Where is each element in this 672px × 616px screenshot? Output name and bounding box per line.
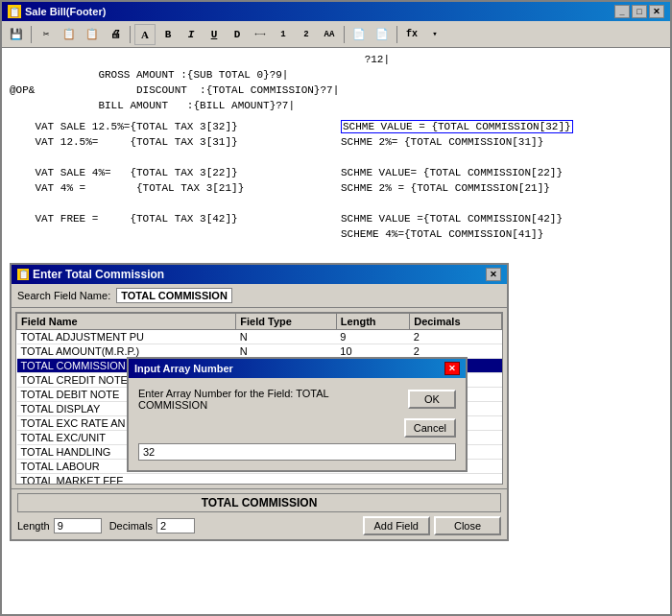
status-buttons: Add Field Close <box>363 516 501 535</box>
field-length-cell: 9 <box>336 330 409 344</box>
vat-line-3 <box>10 150 331 165</box>
sep1 <box>31 26 32 43</box>
input-array-close-button[interactable]: ✕ <box>444 362 460 375</box>
num2-button[interactable]: 2 <box>296 24 317 45</box>
save-button[interactable]: 💾 <box>6 24 27 45</box>
schme-line-7: SCHME VALUE ={TOTAL COMMISSION[42]} <box>341 211 662 226</box>
input-array-dialog: Input Array Number ✕ Enter Array Number … <box>127 357 468 472</box>
schme-line-6 <box>341 196 662 211</box>
field-list-title: Enter Total Commission <box>33 268 486 281</box>
input-array-label-text: Enter Array Number for the Field: TOTAL … <box>138 388 400 411</box>
vat-left: VAT SALE 12.5%={TOTAL TAX 3[32]} VAT 12.… <box>10 119 331 242</box>
vat-line-4: VAT SALE 4%= {TOTAL TAX 3[22]} <box>10 165 331 180</box>
d-button[interactable]: D <box>227 24 248 45</box>
fx-button[interactable]: fx <box>401 24 422 45</box>
maximize-button[interactable]: □ <box>632 5 647 18</box>
sep3 <box>344 26 345 43</box>
num1-button[interactable]: 1 <box>273 24 294 45</box>
schme-line-2: SCHME 2%= {TOTAL COMMISSION[31]} <box>341 134 662 150</box>
line-4: BILL AMOUNT :{BILL AMOUNT}?7| <box>10 98 662 113</box>
decimals-group: Decimals <box>109 518 195 533</box>
schme-line-3 <box>341 150 662 165</box>
field-list-title-bar: 📋 Enter Total Commission ✕ <box>12 265 507 284</box>
table-row[interactable]: TOTAL ADJUSTMENT PU N 9 2 <box>17 330 502 344</box>
input-array-ok-button[interactable]: OK <box>408 390 456 409</box>
title-bar-buttons: _ □ ✕ <box>614 5 664 18</box>
vat-section: VAT SALE 12.5%={TOTAL TAX 3[32]} VAT 12.… <box>10 119 662 242</box>
field-decimals-cell: 2 <box>410 330 502 344</box>
sep2 <box>130 26 131 43</box>
minimize-button[interactable]: _ <box>614 5 630 18</box>
field-name-cell: TOTAL MARKET FEE <box>17 474 236 486</box>
field-list-search-bar: Search Field Name: TOTAL COMMISSION <box>12 284 507 308</box>
vat-line-5: VAT 4% = {TOTAL TAX 3[21]} <box>10 180 331 196</box>
schme-line-4: SCHME VALUE= {TOTAL COMMISSION[22]} <box>341 165 662 180</box>
vat-line-2: VAT 12.5%= {TOTAL TAX 3[31]} <box>10 134 331 150</box>
sep4 <box>396 26 397 43</box>
line-1: ?12| <box>10 52 662 67</box>
close-field-list-button[interactable]: Close <box>434 516 501 535</box>
bold-button[interactable]: B <box>157 24 179 45</box>
italic-button[interactable]: I <box>180 24 202 45</box>
schme-line-1: SCHME VALUE = {TOTAL COMMISSION[32]} <box>341 119 662 134</box>
vat-line-1: VAT SALE 12.5%={TOTAL TAX 3[32]} <box>10 119 331 134</box>
table-header-row: Field Name Field Type Length Decimals <box>17 314 502 330</box>
input-array-cancel-button[interactable]: Cancel <box>404 418 456 438</box>
length-label: Length <box>17 520 50 532</box>
doc2-button[interactable]: 📄 <box>372 24 393 45</box>
line-2: GROSS AMOUNT :{SUB TOTAL 0}?9| <box>10 67 662 83</box>
field-type-cell <box>236 474 337 486</box>
col-length: Length <box>336 314 409 330</box>
table-row[interactable]: TOTAL MARKET FEE <box>17 474 502 486</box>
schme-line-8: SCHEME 4%={TOTAL COMMISSION[41]} <box>341 226 662 242</box>
aa-button[interactable]: AA <box>319 24 340 45</box>
doc1-button[interactable]: 📄 <box>348 24 370 45</box>
field-list-status: TOTAL COMMISSION Length Decimals Add Fie… <box>12 488 507 539</box>
vat-right: SCHME VALUE = {TOTAL COMMISSION[32]} SCH… <box>341 119 662 242</box>
vat-line-7: VAT FREE = {TOTAL TAX 3[42]} <box>10 211 331 226</box>
field-length-cell <box>336 474 409 486</box>
input-array-body: Enter Array Number for the Field: TOTAL … <box>129 378 466 470</box>
decimals-input[interactable] <box>156 518 195 533</box>
line-3: @OP& DISCOUNT :{TOTAL COMMISSION}?7| <box>10 83 662 98</box>
copy-button[interactable]: 📋 <box>59 24 80 45</box>
cut-button[interactable]: ✂ <box>36 24 57 45</box>
paste-button[interactable]: 📋 <box>82 24 103 45</box>
input-array-text-field[interactable] <box>138 443 456 461</box>
print-button[interactable]: 🖨 <box>105 24 126 45</box>
input-array-title-text: Input Array Number <box>134 363 233 374</box>
col-decimals: Decimals <box>410 314 502 330</box>
length-input[interactable] <box>54 518 102 533</box>
search-value[interactable]: TOTAL COMMISSION <box>116 288 232 303</box>
arrows-button[interactable]: ←→ <box>250 24 271 45</box>
dropdown-button[interactable]: ▾ <box>424 24 445 45</box>
close-button[interactable]: ✕ <box>649 5 664 18</box>
decimals-label: Decimals <box>109 520 153 532</box>
field-type-cell: N <box>236 330 337 344</box>
vat-line-6 <box>10 196 331 211</box>
status-title: TOTAL COMMISSION <box>17 493 501 512</box>
main-title-bar: 📋 Sale Bill(Footer) _ □ ✕ <box>2 2 670 21</box>
main-window: 📋 Sale Bill(Footer) _ □ ✕ 💾 ✂ 📋 📋 🖨 A B … <box>0 0 672 616</box>
field-list-icon: 📋 <box>17 269 29 280</box>
schme-line-5: SCHME 2% = {TOTAL COMMISSION[21]} <box>341 180 662 196</box>
main-window-icon: 📋 <box>8 5 21 18</box>
input-array-title-bar: Input Array Number ✕ <box>129 359 466 378</box>
field-name-cell: TOTAL ADJUSTMENT PU <box>17 330 236 344</box>
add-field-button[interactable]: Add Field <box>363 516 430 535</box>
field-decimals-cell <box>410 474 502 486</box>
underline-button[interactable]: U <box>204 24 225 45</box>
status-fields-row: Length Decimals Add Field Close <box>17 516 501 535</box>
col-field-type: Field Type <box>236 314 337 330</box>
text-button[interactable]: A <box>134 24 156 45</box>
length-group: Length <box>17 518 102 533</box>
toolbar: 💾 ✂ 📋 📋 🖨 A B I U D ←→ 1 2 AA 📄 📄 fx ▾ <box>2 21 670 48</box>
main-title: Sale Bill(Footer) <box>25 6 614 17</box>
field-list-close-button[interactable]: ✕ <box>486 268 501 281</box>
highlighted-field: SCHME VALUE = {TOTAL COMMISSION[32]} <box>341 120 573 133</box>
input-array-cancel-row: Cancel <box>138 418 456 438</box>
content-area: ?12| GROSS AMOUNT :{SUB TOTAL 0}?9| @OP&… <box>2 48 670 297</box>
input-array-label-row: Enter Array Number for the Field: TOTAL … <box>138 388 456 411</box>
col-field-name: Field Name <box>17 314 236 330</box>
search-label: Search Field Name: <box>17 290 110 301</box>
